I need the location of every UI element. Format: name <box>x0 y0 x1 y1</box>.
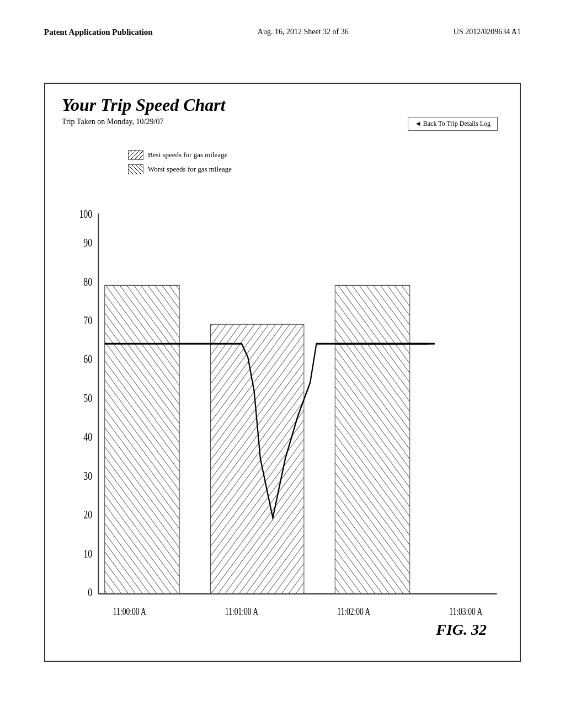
chart-svg: 0 10 20 30 40 50 60 70 80 90 100 11:00:0… <box>67 205 503 628</box>
legend-worst-label: Worst speeds for gas mileage <box>148 165 232 174</box>
svg-text:40: 40 <box>83 430 92 443</box>
chart-legend: Best speeds for gas mileage Worst speeds… <box>128 150 232 174</box>
header-date-sheet: Aug. 16, 2012 Sheet 32 of 36 <box>258 28 349 37</box>
svg-text:60: 60 <box>83 352 92 366</box>
svg-text:11:00:00 A: 11:00:00 A <box>113 606 146 617</box>
legend-worst-item: Worst speeds for gas mileage <box>128 164 232 174</box>
svg-rect-20 <box>211 324 304 594</box>
legend-best-item: Best speeds for gas mileage <box>128 150 232 160</box>
legend-best-label: Best speeds for gas mileage <box>148 151 227 159</box>
svg-rect-19 <box>105 286 179 594</box>
svg-text:11:01:00 A: 11:01:00 A <box>225 606 258 617</box>
svg-text:90: 90 <box>83 236 92 249</box>
svg-text:30: 30 <box>83 469 92 483</box>
back-button[interactable]: ◄ Back To Trip Details Log <box>408 117 498 131</box>
legend-best-swatch <box>128 150 143 160</box>
figure-label: FIG. 32 <box>436 621 487 639</box>
svg-text:50: 50 <box>83 392 92 405</box>
svg-text:10: 10 <box>83 547 92 560</box>
header-publication-label: Patent Application Publication <box>44 28 153 37</box>
svg-text:100: 100 <box>79 207 92 221</box>
svg-text:0: 0 <box>88 586 92 599</box>
svg-text:20: 20 <box>83 508 92 521</box>
figure-container: Your Trip Speed Chart Trip Taken on Mond… <box>44 83 521 662</box>
header-patent-number: US 2012/0209634 A1 <box>454 28 521 37</box>
svg-text:70: 70 <box>83 314 92 327</box>
svg-text:11:03:00 A: 11:03:00 A <box>449 606 482 617</box>
svg-text:11:02:00 A: 11:02:00 A <box>337 606 370 617</box>
chart-title: Your Trip Speed Chart <box>62 95 509 115</box>
legend-worst-swatch <box>128 164 143 174</box>
svg-text:80: 80 <box>83 275 92 288</box>
page-header: Patent Application Publication Aug. 16, … <box>0 28 565 37</box>
svg-rect-21 <box>335 286 409 594</box>
